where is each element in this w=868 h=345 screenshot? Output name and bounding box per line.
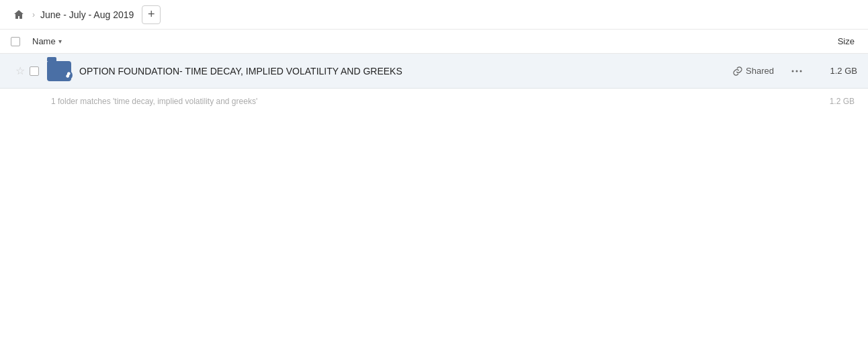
svg-point-0 — [792, 70, 794, 72]
name-column-header[interactable]: Name ▾ — [32, 36, 62, 46]
match-size: 1.2 GB — [830, 97, 857, 106]
breadcrumb-label[interactable]: June - July - Aug 2019 — [40, 9, 134, 20]
breadcrumb-separator: › — [32, 10, 35, 19]
sort-arrow-icon: ▾ — [58, 38, 62, 45]
file-size-label: 1.2 GB — [817, 66, 857, 76]
svg-point-2 — [800, 70, 802, 72]
shared-badge: Shared — [728, 63, 779, 79]
star-icon[interactable]: ☆ — [15, 64, 25, 77]
home-icon[interactable] — [11, 7, 27, 23]
match-text: 1 folder matches 'time decay, implied vo… — [51, 97, 257, 106]
add-button[interactable]: + — [142, 5, 161, 24]
name-header-label: Name — [32, 36, 56, 46]
size-column-header: Size — [838, 36, 857, 46]
match-info-row: 1 folder matches 'time decay, implied vo… — [0, 89, 868, 114]
svg-point-1 — [796, 70, 798, 72]
link-icon — [733, 66, 742, 76]
file-list-row[interactable]: ☆ OPTION FOUNDATION- TIME DECAY, IMPLIED… — [0, 54, 868, 89]
folder-icon-wrapper — [46, 58, 73, 85]
shared-label: Shared — [746, 66, 774, 76]
breadcrumb-bar: › June - July - Aug 2019 + — [0, 0, 868, 30]
star-col: ☆ — [11, 64, 30, 77]
header-checkbox-col — [11, 37, 32, 46]
file-name-label: OPTION FOUNDATION- TIME DECAY, IMPLIED V… — [79, 66, 728, 77]
more-options-button[interactable] — [787, 62, 806, 81]
select-all-checkbox[interactable] — [11, 37, 20, 46]
column-header-row: Name ▾ Size — [0, 30, 868, 54]
row-checkbox[interactable] — [30, 66, 39, 76]
row-checkbox-col — [30, 66, 46, 76]
